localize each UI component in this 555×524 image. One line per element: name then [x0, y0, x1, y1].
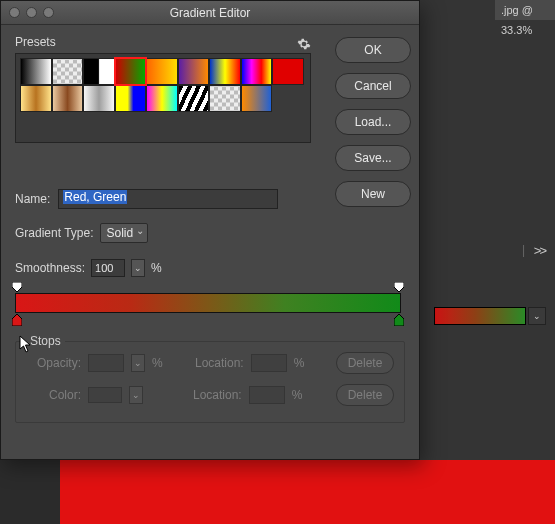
preset-swatch[interactable]	[241, 58, 273, 85]
color-location-label: Location:	[184, 388, 242, 402]
preset-swatch[interactable]	[241, 85, 273, 112]
preset-swatch[interactable]	[178, 58, 210, 85]
svg-marker-3	[394, 314, 404, 326]
preset-swatch[interactable]	[209, 58, 241, 85]
opacity-stop-right[interactable]	[394, 282, 404, 292]
preset-swatch[interactable]	[52, 58, 84, 85]
window-min-dot[interactable]	[26, 7, 37, 18]
cancel-button[interactable]: Cancel	[335, 73, 411, 99]
preset-swatch[interactable]	[115, 85, 147, 112]
color-dropdown[interactable]: ⌄	[129, 386, 143, 404]
new-button[interactable]: New	[335, 181, 411, 207]
preset-swatch[interactable]	[20, 85, 52, 112]
panel-divider-icon: |	[522, 243, 525, 257]
ok-button[interactable]: OK	[335, 37, 411, 63]
svg-marker-1	[394, 282, 404, 292]
preset-swatch[interactable]	[146, 58, 178, 85]
name-label: Name:	[15, 192, 50, 206]
gradient-bar[interactable]	[15, 293, 401, 313]
color-delete-button[interactable]: Delete	[336, 384, 394, 406]
preset-swatch[interactable]	[20, 58, 52, 85]
preset-swatch[interactable]	[115, 58, 147, 85]
preset-swatch[interactable]	[178, 85, 210, 112]
svg-marker-2	[12, 314, 22, 326]
dialog-title: Gradient Editor	[1, 6, 419, 20]
name-input[interactable]: Red, Green	[58, 189, 278, 209]
opacity-percent: %	[152, 356, 163, 370]
smoothness-label: Smoothness:	[15, 261, 85, 275]
opacity-delete-button[interactable]: Delete	[336, 352, 394, 374]
panel-collapse-icon[interactable]: >>	[534, 243, 545, 258]
gradient-editor-dialog: Gradient Editor Presets OK Cancel Load..…	[0, 0, 420, 460]
color-location-input[interactable]	[249, 386, 285, 404]
smoothness-unit: %	[151, 261, 162, 275]
opacity-value-input[interactable]	[88, 354, 124, 372]
opacity-location-input[interactable]	[251, 354, 287, 372]
preset-swatch[interactable]	[83, 85, 115, 112]
gradient-type-select[interactable]: Solid	[100, 223, 149, 243]
presets-well	[15, 53, 311, 143]
window-zoom-dot[interactable]	[43, 7, 54, 18]
stops-section: Stops Opacity: ⌄ % Location: % Delete Co…	[15, 341, 405, 423]
color-swatch[interactable]	[88, 387, 122, 403]
presets-options-icon[interactable]	[297, 37, 311, 51]
opacity-row-label: Opacity:	[26, 356, 81, 370]
right-panel	[413, 0, 555, 524]
gradient-type-label: Gradient Type:	[15, 226, 94, 240]
preset-swatch[interactable]	[209, 85, 241, 112]
load-button[interactable]: Load...	[335, 109, 411, 135]
opacity-location-label: Location:	[186, 356, 244, 370]
options-bar-gradient-preview[interactable]	[434, 307, 526, 325]
smoothness-input[interactable]: 100	[91, 259, 125, 277]
opacity-location-percent: %	[294, 356, 305, 370]
preset-swatch[interactable]	[146, 85, 178, 112]
color-stop-left[interactable]	[12, 314, 22, 326]
opacity-stop-left[interactable]	[12, 282, 22, 292]
color-row-label: Color:	[26, 388, 81, 402]
titlebar[interactable]: Gradient Editor	[1, 1, 419, 25]
canvas-red-shape	[60, 460, 555, 524]
opacity-dropdown[interactable]: ⌄	[131, 354, 145, 372]
preset-swatch[interactable]	[272, 58, 304, 85]
preset-swatch[interactable]	[52, 85, 84, 112]
options-bar-gradient-dropdown[interactable]: ⌄	[528, 307, 546, 325]
color-location-percent: %	[292, 388, 303, 402]
preset-swatch[interactable]	[83, 58, 115, 85]
color-stop-right[interactable]	[394, 314, 404, 326]
document-tab[interactable]: .jpg @ 33.3%	[495, 0, 555, 20]
svg-marker-0	[12, 282, 22, 292]
smoothness-dropdown[interactable]: ⌄	[131, 259, 145, 277]
mouse-cursor-icon	[19, 335, 33, 353]
save-button[interactable]: Save...	[335, 145, 411, 171]
window-close-dot[interactable]	[9, 7, 20, 18]
